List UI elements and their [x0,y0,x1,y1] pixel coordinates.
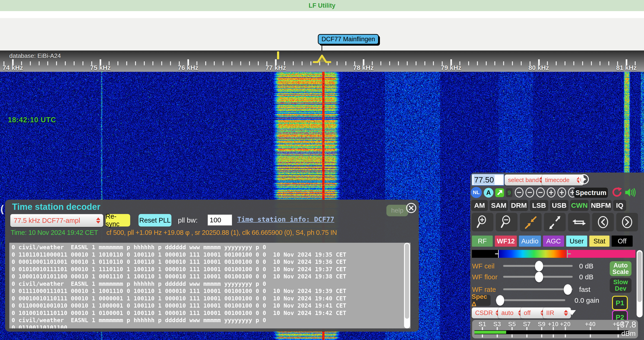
country-badge[interactable]: NL [471,187,482,198]
auto-scale-line2: Scale [612,269,629,275]
help-button[interactable]: help [386,205,408,216]
scale-tick [582,62,583,65]
csdr-select-value: CSDR [475,310,493,316]
spec-gain-slider-thumb[interactable] [496,295,504,306]
mode-usb-button[interactable]: USB [550,200,568,211]
reset-pll-button[interactable]: Reset PLL [138,214,172,226]
speaker-icon[interactable] [624,187,636,198]
zoom-out-max-icon[interactable] [544,213,566,232]
zoom-in-icon-2[interactable] [556,187,567,198]
pll-bw-input[interactable] [208,214,232,226]
decoder-log-scrollbar[interactable] [404,243,410,328]
s-meter: -87.8 dBm S1S3S5S7S9+10+20+40+60 [472,320,638,338]
scale-tick [21,62,22,65]
refresh-icon[interactable] [611,187,622,198]
decoder-log[interactable]: 0 civil/weather EASNL 1 mmmmmmm p hhhhhh… [9,243,410,328]
panel-collapse-icon[interactable]: ( [0,203,4,214]
time-station-info-link[interactable]: Time station info: DCF77 [237,216,334,223]
band-select[interactable]: select band [504,174,546,186]
play-button[interactable] [578,174,589,185]
tab-audio[interactable]: Audio [519,236,541,247]
scale-tick [556,62,557,65]
spec-delta-button[interactable]: Spec Δ [472,295,491,306]
close-icon[interactable] [406,202,417,214]
decoder-source-select[interactable]: 77.5 kHz DCF77-ampl [10,214,103,227]
waterfall-colormap[interactable] [472,250,636,258]
extension-select[interactable]: timecode [542,174,584,186]
scale-tick [196,62,197,65]
zoom-to-band-icon[interactable] [520,213,542,232]
wf-ceil-label: WF ceil [472,262,494,270]
wf-rate-slider-thumb[interactable] [564,284,572,295]
mode-nbfm-button[interactable]: NBFM [590,200,612,211]
smeter-tick [497,327,498,330]
scale-tick [152,62,153,65]
resync-button[interactable]: Re-sync [106,214,130,226]
scale-tick-label: 77 kHz [262,64,290,72]
more-options-icon[interactable] [568,310,576,315]
scale-tick-label: 76 kHz [174,64,202,72]
panel-scrollbar[interactable] [636,250,642,317]
smeter-tick [565,327,566,330]
scale-tick [380,62,381,65]
scale-tick [240,62,241,65]
spectrum-button[interactable]: Spectrum [574,188,608,198]
station-marker[interactable] [277,52,279,59]
tab-off[interactable]: Off [612,236,633,247]
panel-scrollbar-thumb[interactable] [638,252,642,302]
tab-wf12[interactable]: WF12 [495,236,517,247]
page-right-icon[interactable] [616,213,638,232]
mode-lsb-button[interactable]: LSB [530,200,548,211]
scale-tick-label: 81 kHz [612,64,640,72]
scale-tick [30,62,31,65]
tab-rf[interactable]: RF [472,236,493,247]
mode-drm-button[interactable]: DRM [510,200,528,211]
smeter-bar [474,330,628,334]
scale-tick [486,62,487,65]
page-header: LF Utility [0,0,644,11]
tab-agc[interactable]: AGC [543,236,564,247]
scale-tick [521,62,522,65]
zoom-out-icon-2[interactable] [524,187,535,198]
zoom-buttons-row [472,213,643,232]
zoom-in-icon-1[interactable] [546,187,556,198]
scrollbar-thumb[interactable] [405,244,409,319]
iir-select[interactable]: IIR [543,307,571,318]
mode-am-button[interactable]: AM [471,200,488,211]
mode-sam-button[interactable]: SAM [490,200,508,211]
passband-width-icon[interactable] [568,213,590,232]
scale-tick [293,62,294,65]
mode-iq-button[interactable]: IQ [613,200,626,211]
colormap-floor-marker[interactable] [498,250,499,258]
passband-indicator[interactable] [313,53,332,64]
scale-tick-label: 78 kHz [350,64,377,72]
scale-tick [302,62,302,65]
magnify-out-icon[interactable] [496,213,518,232]
zoom-out-icon-3[interactable] [535,187,546,198]
smeter-tick [553,327,554,330]
magnify-in-icon[interactable] [472,213,494,232]
scale-tick [635,62,636,65]
zoom-out-icon-1[interactable] [514,187,524,198]
tab-user[interactable]: User [566,236,587,247]
tab-stat[interactable]: Stat [589,236,610,247]
wf-floor-label: WF floor [472,273,498,281]
slow-dev-button[interactable]: Slow Dev [610,278,632,293]
spec-gain-slider[interactable] [496,299,565,301]
scale-tick [503,62,504,65]
autoscale-a-badge[interactable]: A [484,188,494,198]
auto-scale-button[interactable]: Auto Scale [610,261,632,276]
station-label[interactable]: DCF77 Mainflingen [318,34,379,44]
wf-ceil-value: 0 dB [579,262,594,270]
wf-rate-label: WF rate [472,286,496,294]
external-link-icon[interactable] [495,188,504,197]
scale-tick [310,62,311,65]
wf-rate-slider[interactable] [503,288,573,290]
page-left-icon[interactable] [592,213,614,232]
wf-ceil-slider-thumb[interactable] [535,261,543,272]
scale-tick-label: 74 kHz [0,64,27,72]
mode-cwn-button[interactable]: CWN [570,200,589,211]
frequency-input[interactable]: 77.50 [472,174,504,186]
wf-floor-slider-thumb[interactable] [535,272,543,282]
smeter-tick [482,327,483,330]
